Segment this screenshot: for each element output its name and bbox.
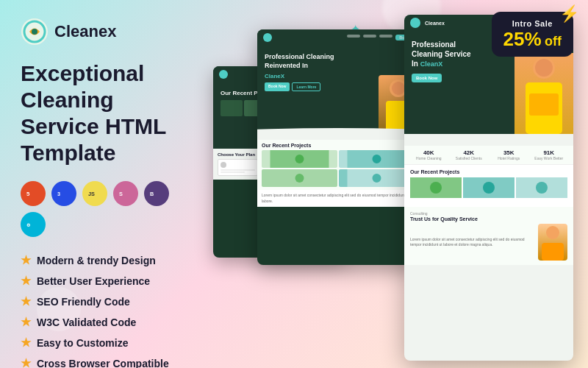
sc-mid-projects-title: Our Recent Projects [262, 143, 415, 148]
svg-point-21 [535, 59, 553, 77]
sc-front-stat-1: 40K Home Cleaning [410, 149, 448, 160]
sc-mid-links: Book [347, 35, 413, 40]
screenshot-container: Book Our Recent Projects Choose Your Pla… [206, 7, 581, 361]
sc-consulting-title: Trust Us for Quality Service [410, 216, 567, 222]
svg-text:⚙: ⚙ [26, 222, 31, 227]
badge-bootstrap: B [144, 181, 169, 206]
svg-text:5: 5 [26, 191, 30, 197]
sc-mid-navbar: Book [257, 29, 419, 46]
sc-back-logo [219, 70, 228, 79]
star-icon-1: ★ [21, 253, 31, 267]
logo-icon [21, 18, 49, 46]
svg-point-17 [295, 174, 304, 183]
sc-mid-projects-grid [262, 150, 415, 187]
sc-consulting-label: Consulting [410, 211, 567, 216]
feature-list: ★ Modern & trendy Design ★ Better User E… [21, 253, 185, 368]
svg-rect-31 [542, 243, 564, 261]
svg-rect-23 [529, 93, 559, 116]
badge-css3: 3 [51, 181, 76, 206]
sc-mid-project-3 [262, 169, 337, 187]
svg-point-30 [546, 226, 559, 239]
svg-point-29 [536, 182, 548, 194]
sc-front-stat-num-1: 40K [410, 149, 448, 156]
star-icon-4: ★ [21, 315, 31, 329]
feature-label-3: SEO Friendly Code [37, 296, 130, 308]
sc-front-stat-num-2: 42K [451, 149, 488, 156]
sc-front-hero-highlight: CleanX [420, 60, 443, 68]
sc-front-stat-2: 42K Satisfied Clients [451, 149, 488, 160]
svg-text:S: S [119, 191, 123, 197]
sc-mid-hero-title: Professional CleaningReinvented In [265, 53, 412, 70]
sc-front-project-2 [463, 177, 514, 198]
svg-point-2 [32, 29, 37, 35]
svg-point-25 [430, 182, 442, 194]
sc-mid-hero: Professional CleaningReinvented In Clane… [257, 46, 419, 134]
sc-front-project-1 [410, 177, 462, 198]
sc-consulting-content: Lorem ipsum dolor sit amet consectetur a… [410, 224, 567, 261]
sc-front-person [514, 53, 573, 134]
screenshot-mid: Book Professional CleaningReinvented In … [257, 29, 419, 265]
sc-front-projects-grid [410, 177, 567, 198]
sc-mid-project-4 [339, 169, 415, 187]
logo-row: Cleanex [21, 18, 185, 46]
feature-item-1: ★ Modern & trendy Design [21, 253, 185, 267]
sc-consulting-person [538, 224, 567, 261]
svg-text:JS: JS [88, 191, 95, 197]
star-icon-2: ★ [21, 274, 31, 288]
sc-mid-logo [263, 33, 272, 42]
star-icon-6: ★ [21, 356, 31, 368]
sc-front-hero-title: ProfessionalCleaning ServiceIn CleanX [412, 40, 500, 69]
feature-label-5: Easy to Customize [37, 337, 128, 349]
sc-consulting-text: Lorem ipsum dolor sit amet consectetur a… [410, 237, 534, 247]
lightning-icon: ⚡ [559, 4, 579, 24]
feature-item-2: ★ Better User Experience [21, 274, 185, 288]
sc-front-stat-label-4: Easy Work Better [531, 156, 568, 160]
feature-item-4: ★ W3C Validated Code [21, 315, 185, 329]
sc-front-stat-num-3: 35K [490, 149, 528, 156]
main-heading: Exceptional Cleaning Service HTML Templa… [21, 60, 185, 166]
svg-point-19 [373, 174, 381, 183]
svg-text:B: B [150, 191, 154, 197]
svg-text:3: 3 [57, 191, 60, 197]
svg-point-13 [295, 155, 304, 163]
sale-badge: ⚡ Intro Sale 25% off [492, 12, 573, 57]
feature-item-5: ★ Easy to Customize [21, 336, 185, 350]
feature-label-4: W3C Validated Code [37, 316, 136, 328]
badge-sass: S [113, 181, 138, 206]
tech-badges: 5 3 JS S B ⚙ [21, 181, 185, 237]
svg-point-27 [483, 182, 495, 194]
sc-front-book-btn[interactable]: Book Now [412, 74, 442, 82]
feature-item-3: ★ SEO Friendly Code [21, 294, 185, 308]
sc-front-stat-3: 35K Hotel Ratings [490, 149, 528, 160]
app-name: Cleanex [54, 22, 116, 41]
left-panel: Cleanex Exceptional Cleaning Service HTM… [0, 0, 206, 368]
badge-extra: ⚙ [21, 212, 46, 237]
sc-front-stat-label-2: Satisfied Clients [451, 156, 488, 160]
sc-front-projects-title: Our Recent Projects [410, 169, 567, 174]
sc-front-project-3 [516, 177, 567, 198]
svg-point-11 [392, 82, 405, 95]
badge-html5: 5 [21, 181, 46, 206]
sc-mid-project-1 [262, 150, 337, 168]
screenshot-front: Cleanex Book ProfessionalCleaning Servic… [404, 15, 573, 361]
star-icon-5: ★ [21, 336, 31, 350]
sc-front-stats: 40K Home Cleaning 42K Satisfied Clients … [404, 146, 573, 165]
sc-front-stat-label-1: Home Cleaning [410, 156, 448, 160]
sc-consulting: Consulting Trust Us for Quality Service … [404, 207, 573, 265]
sc-front-projects-section: Our Recent Projects [404, 165, 573, 207]
sc-front-stat-label-3: Hotel Ratings [490, 156, 528, 160]
feature-item-6: ★ Cross Browser Compatible [21, 356, 185, 368]
sc-front-logo [410, 18, 420, 28]
feature-label-2: Better User Experience [37, 275, 150, 287]
sale-percent: 25% off [503, 29, 562, 49]
badge-javascript: JS [82, 181, 107, 206]
svg-point-15 [373, 155, 381, 163]
feature-label-6: Cross Browser Compatible [37, 358, 169, 369]
sc-front-brand: Cleanex [425, 21, 445, 26]
sc-mid-project-2 [339, 150, 415, 168]
sc-front-stat-4: 91K Easy Work Better [531, 149, 568, 160]
intro-sale-label: Intro Sale [503, 19, 562, 28]
feature-label-1: Modern & trendy Design [37, 255, 156, 266]
star-icon-3: ★ [21, 294, 31, 308]
sc-front-stat-num-4: 91K [531, 149, 568, 156]
